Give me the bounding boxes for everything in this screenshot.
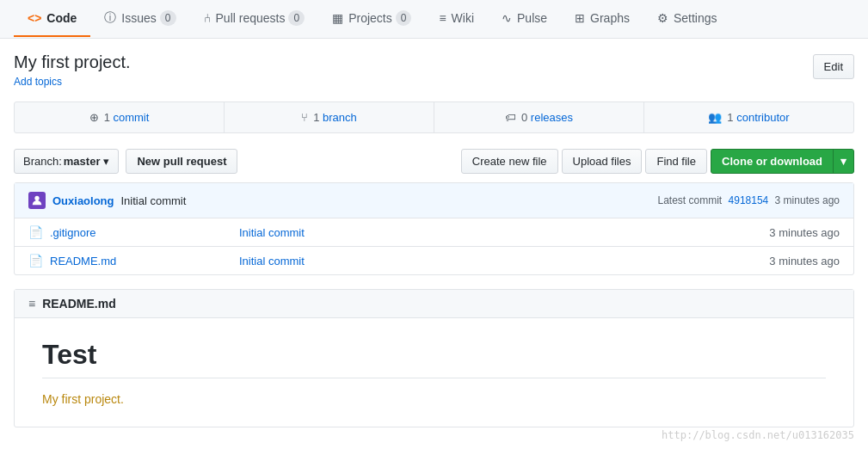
wiki-icon: ≡	[439, 11, 446, 25]
file-time: 3 minutes ago	[769, 255, 840, 267]
issues-icon: ⓘ	[104, 10, 116, 26]
contributors-count: 1	[727, 111, 733, 124]
file-name[interactable]: .gitignore	[50, 226, 239, 239]
projects-badge: 0	[396, 10, 412, 26]
file-commit-msg: Initial commit	[239, 226, 769, 239]
readme-container: ≡ README.md Test My first project.	[14, 289, 854, 427]
commit-row-right: Latest commit 4918154 3 minutes ago	[658, 194, 840, 206]
tab-issues-label: Issues	[121, 11, 156, 25]
stat-branches[interactable]: ⑂ 1 branch	[225, 102, 434, 132]
commit-author[interactable]: Ouxiaolong	[52, 194, 114, 207]
tab-pull-requests[interactable]: ⑃ Pull requests 0	[190, 0, 319, 38]
commits-count: 1	[104, 111, 110, 124]
pr-badge: 0	[288, 10, 305, 26]
tab-pr-label: Pull requests	[216, 11, 286, 25]
branch-caret-icon: ▾	[103, 155, 109, 168]
stat-contributors[interactable]: 👥 1 contributor	[644, 102, 853, 132]
avatar	[28, 192, 46, 209]
table-row: 📄 .gitignore Initial commit 3 minutes ag…	[15, 218, 853, 247]
toolbar: Branch: master ▾ New pull request Create…	[0, 140, 868, 182]
latest-commit-row: Ouxiaolong Initial commit Latest commit …	[15, 183, 853, 218]
pr-icon: ⑃	[204, 11, 211, 25]
svg-point-0	[34, 196, 39, 200]
commit-sha[interactable]: 4918154	[729, 194, 769, 206]
tab-pulse[interactable]: ∿ Pulse	[488, 1, 561, 37]
watermark: http://blog.csdn.net/u013162035	[662, 429, 854, 441]
branches-label[interactable]: branch	[323, 111, 357, 124]
commit-icon: ⊕	[89, 111, 99, 124]
file-name[interactable]: README.md	[50, 255, 239, 267]
file-icon: 📄	[28, 254, 43, 267]
branch-name: master	[64, 155, 101, 168]
file-commit-msg: Initial commit	[239, 255, 769, 267]
readme-body: My first project.	[42, 392, 826, 406]
latest-commit-label: Latest commit	[658, 194, 723, 206]
page-wrapper: <> Code ⓘ Issues 0 ⑃ Pull requests 0 ▦ P…	[0, 0, 868, 455]
tab-projects[interactable]: ▦ Projects 0	[318, 0, 425, 38]
releases-count: 0	[521, 111, 527, 124]
tab-graphs-label: Graphs	[590, 11, 630, 25]
file-time: 3 minutes ago	[769, 226, 840, 239]
edit-button[interactable]: Edit	[813, 54, 854, 79]
commit-message: Initial commit	[121, 194, 187, 207]
create-file-button[interactable]: Create new file	[461, 149, 558, 174]
readme-header: ≡ README.md	[15, 290, 853, 318]
readme-heading: Test	[42, 339, 826, 378]
readme-icon: ≡	[28, 297, 35, 311]
tab-code-label: Code	[46, 11, 77, 25]
commit-row-left: Ouxiaolong Initial commit	[28, 192, 186, 209]
file-icon: 📄	[28, 225, 43, 239]
tab-code[interactable]: <> Code	[14, 1, 90, 37]
readme-content: Test My first project.	[15, 318, 853, 427]
tab-graphs[interactable]: ⊞ Graphs	[561, 1, 643, 37]
tab-settings[interactable]: ⚙ Settings	[643, 1, 731, 37]
repo-header: Edit My first project. Add topics	[0, 39, 868, 95]
upload-files-button[interactable]: Upload files	[562, 149, 643, 174]
stats-bar: ⊕ 1 commit ⑂ 1 branch 🏷 0 releases 👥 1 c…	[14, 101, 854, 133]
add-topics-link[interactable]: Add topics	[14, 76, 62, 88]
commit-time: 3 minutes ago	[775, 194, 840, 206]
repo-title: My first project.	[14, 52, 813, 72]
find-file-button[interactable]: Find file	[645, 149, 707, 174]
tab-issues[interactable]: ⓘ Issues 0	[90, 0, 189, 38]
projects-icon: ▦	[332, 11, 343, 25]
people-icon: 👥	[708, 111, 722, 124]
file-table: Ouxiaolong Initial commit Latest commit …	[14, 182, 854, 275]
clone-download-button[interactable]: Clone or download ▾	[711, 149, 854, 174]
contributors-label[interactable]: contributor	[736, 111, 789, 124]
tag-icon: 🏷	[505, 111, 516, 124]
branches-count: 1	[313, 111, 319, 124]
branch-selector[interactable]: Branch: master ▾	[14, 149, 119, 174]
branch-icon: ⑂	[301, 111, 308, 124]
clone-label: Clone or download	[711, 150, 833, 173]
settings-icon: ⚙	[657, 11, 668, 25]
pulse-icon: ∿	[502, 11, 512, 25]
readme-title: README.md	[42, 297, 116, 311]
nav-tabs: <> Code ⓘ Issues 0 ⑃ Pull requests 0 ▦ P…	[0, 0, 868, 39]
stat-releases[interactable]: 🏷 0 releases	[434, 102, 644, 132]
tab-wiki-label: Wiki	[452, 11, 474, 25]
code-icon: <>	[28, 11, 41, 25]
issues-badge: 0	[160, 10, 176, 26]
graphs-icon: ⊞	[575, 11, 585, 25]
tab-pulse-label: Pulse	[517, 11, 547, 25]
table-row: 📄 README.md Initial commit 3 minutes ago	[15, 247, 853, 274]
tab-projects-label: Projects	[348, 11, 392, 25]
stat-commits[interactable]: ⊕ 1 commit	[15, 102, 225, 132]
commits-label[interactable]: commit	[113, 111, 149, 124]
branch-prefix: Branch:	[23, 155, 62, 168]
toolbar-right: Create new file Upload files Find file C…	[461, 149, 854, 174]
new-pr-button[interactable]: New pull request	[126, 149, 237, 174]
releases-label[interactable]: releases	[531, 111, 573, 124]
clone-caret-icon: ▾	[833, 150, 853, 173]
tab-wiki[interactable]: ≡ Wiki	[425, 1, 488, 37]
tab-settings-label: Settings	[674, 11, 717, 25]
toolbar-left: Branch: master ▾ New pull request	[14, 149, 237, 174]
